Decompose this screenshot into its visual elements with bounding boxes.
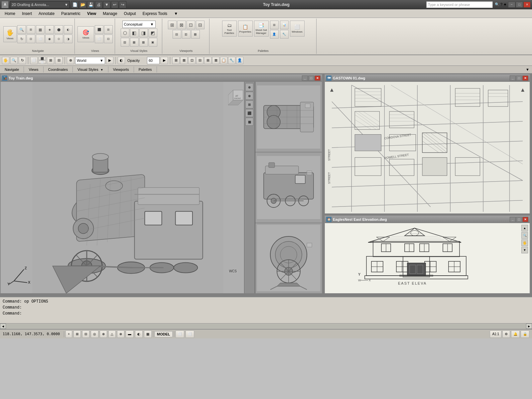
selection-btn[interactable]: ▦ xyxy=(144,331,152,338)
new-btn[interactable]: 📄 xyxy=(71,1,78,8)
search-box[interactable]: Type a keyword or phrase xyxy=(426,1,493,8)
view3d-6[interactable]: ◑ xyxy=(64,35,72,43)
menu-express-tools[interactable]: Express Tools xyxy=(139,10,171,17)
layout-1[interactable]: ⬜ xyxy=(176,331,184,338)
snap-btn[interactable]: + xyxy=(66,331,72,338)
menu-home[interactable]: Home xyxy=(1,10,19,17)
section-palettes[interactable]: Palettes xyxy=(134,66,157,72)
nav-btn2[interactable]: ⬜ xyxy=(36,35,45,43)
dropdown-btn[interactable]: ▼ xyxy=(103,1,110,8)
visual-btn2[interactable]: ◧ xyxy=(130,29,139,37)
section-visual-styles[interactable]: Visual Styles ▼ xyxy=(73,66,108,72)
gs-close[interactable]: ✕ xyxy=(522,75,528,81)
view3d-4[interactable]: ⊙ xyxy=(55,35,63,43)
menu-insert[interactable]: Insert xyxy=(19,10,35,17)
orbit-btn[interactable]: ↻ xyxy=(17,35,26,43)
open-btn[interactable]: 📂 xyxy=(79,1,86,8)
nav-strip-btn5[interactable]: ▦ xyxy=(245,118,253,126)
menu-parametric[interactable]: Parametric xyxy=(58,10,84,17)
view-box-btn[interactable]: ⬜ xyxy=(30,57,38,64)
extra1[interactable]: ⊞ xyxy=(172,57,180,64)
print-btn[interactable]: 🖨 xyxy=(95,1,102,8)
view-extra-btn[interactable]: ⊟ xyxy=(55,57,63,64)
visual-btn4[interactable]: ◩ xyxy=(149,29,157,37)
visual-btn1[interactable]: ⬡ xyxy=(121,29,129,37)
extra9[interactable]: 👤 xyxy=(236,57,243,64)
visual-btn3[interactable]: ◨ xyxy=(139,29,148,37)
en-minimize[interactable]: _ xyxy=(510,217,516,222)
section-viewports[interactable]: Viewports xyxy=(108,66,134,72)
extra6[interactable]: ⊠ xyxy=(212,57,219,64)
menu-view[interactable]: View xyxy=(84,10,99,17)
opacity-input[interactable] xyxy=(147,57,160,64)
v2[interactable]: ⬜ xyxy=(39,61,46,64)
lock-btn[interactable]: 🔒 xyxy=(521,331,529,338)
transparency-btn[interactable]: ◐ xyxy=(135,331,143,338)
tool-palettes-btn[interactable]: 🗂 Tool Palettes xyxy=(222,21,237,37)
view3d-3[interactable]: ⬤ xyxy=(55,25,63,34)
minimize-button[interactable]: − xyxy=(508,2,515,8)
en-close[interactable]: ✕ xyxy=(522,217,528,222)
vis-b3[interactable]: ▦ xyxy=(139,38,148,47)
nav-strip-btn2[interactable]: ⊗ xyxy=(245,92,253,100)
view-btn2[interactable]: ⊟ xyxy=(27,35,35,43)
save-btn[interactable]: 💾 xyxy=(87,1,94,8)
view-sm4[interactable]: ⊟ xyxy=(104,35,113,43)
coord-extra[interactable]: ▶ xyxy=(106,57,113,64)
extra3[interactable]: ⊡ xyxy=(188,57,196,64)
section-views[interactable]: Views xyxy=(24,66,43,72)
maximize-button[interactable]: □ xyxy=(516,2,523,8)
gs-maximize[interactable]: □ xyxy=(516,75,522,81)
ortho-btn[interactable]: ⊟ xyxy=(82,331,89,338)
en-zoom-btn[interactable]: 🔍 xyxy=(521,232,528,239)
osnap-btn[interactable]: ⊕ xyxy=(100,331,107,338)
pan-btn[interactable]: 🖐Views xyxy=(3,26,17,42)
view-sm2[interactable]: ⬜ xyxy=(95,35,103,43)
hscroll-left[interactable]: ◀ xyxy=(0,324,6,329)
tt-maximize[interactable]: □ xyxy=(308,75,314,81)
layout-2[interactable]: ⬜ xyxy=(186,331,194,338)
undo-btn[interactable]: ↩ xyxy=(111,1,118,8)
pal-b1[interactable]: ⊞ xyxy=(270,21,279,29)
en-down-btn[interactable]: ▼ xyxy=(521,247,528,253)
opacity-extra[interactable]: ▶ xyxy=(161,57,168,64)
extra5[interactable]: ⊞ xyxy=(204,57,211,64)
view3d-1[interactable]: ◈ xyxy=(45,25,54,34)
hscroll-right[interactable]: ▶ xyxy=(526,324,532,329)
view-more-btn[interactable]: ⊞ xyxy=(47,57,54,64)
section-coordinates[interactable]: Coordinates xyxy=(44,66,73,72)
view-sm3[interactable]: ⊞ xyxy=(104,25,113,34)
vis-b1[interactable]: ▨ xyxy=(121,38,129,47)
pan-hand-btn[interactable]: 🖐 xyxy=(2,57,9,64)
extra7[interactable]: 📋 xyxy=(220,57,227,64)
vis-b4[interactable]: ▣ xyxy=(149,38,157,47)
menu-manage[interactable]: Manage xyxy=(99,10,120,17)
pal-b4[interactable]: 🔧 xyxy=(280,30,289,39)
v1[interactable]: ⬛ xyxy=(39,57,46,60)
ducs-btn[interactable]: ⊗ xyxy=(117,331,124,338)
extra4[interactable]: ⊟ xyxy=(196,57,203,64)
en-hand-btn[interactable]: 🖐 xyxy=(521,239,528,246)
view3d-2[interactable]: ◉ xyxy=(45,35,54,43)
windows-btn[interactable]: ⬜ Windows xyxy=(290,21,305,37)
gs-minimize[interactable]: _ xyxy=(510,75,516,81)
menu-annotate[interactable]: Annotate xyxy=(35,10,58,17)
gastown-content[interactable]: CORDOVA STREET POWELL STREET STREET STRE… xyxy=(325,82,530,213)
viewport-btn2[interactable]: ⊠ xyxy=(177,21,186,29)
viewport-btn4[interactable]: ⊟ xyxy=(196,21,204,29)
section-navigate[interactable]: Navigate xyxy=(0,66,24,72)
viewport-btn1[interactable]: ⊞ xyxy=(168,21,177,29)
sheet-set-btn[interactable]: 📑 Sheet Set Manager xyxy=(254,21,269,37)
view-sm1[interactable]: ⬛ xyxy=(95,25,103,34)
nav-strip-btn3[interactable]: ⊞ xyxy=(245,100,253,108)
search-icon[interactable]: 🔍 xyxy=(495,2,499,7)
views-large-btn[interactable]: 🎯 Views xyxy=(77,26,94,42)
vp-b1[interactable]: ▤ xyxy=(173,30,181,39)
redo-btn[interactable]: ↪ xyxy=(119,1,126,8)
menu-extra[interactable]: ▼ xyxy=(171,10,181,17)
visual-s-icon[interactable]: ◐ xyxy=(118,57,125,64)
polar-btn[interactable]: ◎ xyxy=(91,331,98,338)
rotate-btn[interactable]: ↻ xyxy=(19,57,26,64)
pal-b2[interactable]: 👤 xyxy=(270,30,279,39)
nav-btn1[interactable]: ▦ xyxy=(36,25,45,34)
